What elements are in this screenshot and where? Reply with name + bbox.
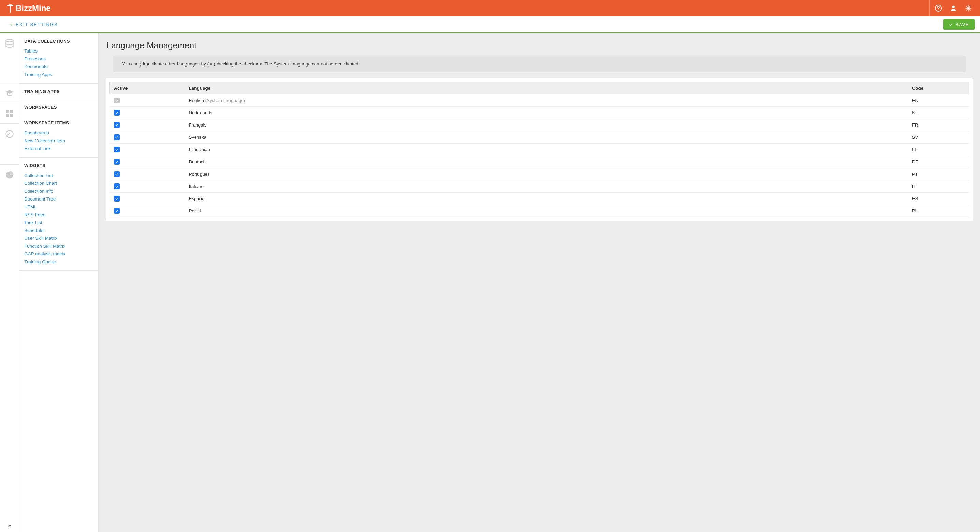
- cell-language: Français: [185, 119, 908, 131]
- sidebar-group-title: WIDGETS: [24, 163, 94, 168]
- active-checkbox[interactable]: [114, 183, 120, 189]
- sidebar-item[interactable]: User Skill Matrix: [24, 234, 94, 242]
- cell-active: [110, 193, 185, 205]
- chevron-left-icon: ‹: [10, 22, 12, 27]
- cell-code: ES: [908, 193, 969, 205]
- grid-icon: [5, 109, 14, 118]
- svg-rect-8: [6, 114, 9, 117]
- user-icon: [950, 5, 957, 12]
- page-title: Language Management: [107, 41, 973, 51]
- language-name: Português: [189, 172, 210, 177]
- brand-logo[interactable]: BizzMine: [6, 3, 51, 13]
- sidebar-group: WORKSPACE ITEMSDashboardsNew Collection …: [19, 115, 98, 158]
- check-icon: [115, 123, 119, 127]
- cell-code: EN: [908, 94, 969, 107]
- collapse-icon: «: [8, 523, 11, 529]
- sidebar-group-title[interactable]: TRAINING APPS: [24, 89, 94, 94]
- iconbar-training-apps[interactable]: [0, 83, 19, 104]
- iconbar-widgets[interactable]: [0, 165, 19, 185]
- active-checkbox[interactable]: [114, 122, 120, 128]
- active-checkbox[interactable]: [114, 171, 120, 177]
- system-language-label: (System Language): [205, 98, 245, 103]
- gauge-icon: [5, 129, 14, 139]
- graduation-icon: [5, 88, 14, 98]
- sidebar-item[interactable]: Collection Info: [24, 187, 94, 195]
- integrations-button[interactable]: [961, 0, 976, 16]
- cell-code: PT: [908, 168, 969, 180]
- language-name: English: [189, 98, 204, 103]
- iconbar-group: [0, 33, 19, 83]
- sidebar-item[interactable]: External Link: [24, 145, 94, 153]
- sidebar-item[interactable]: Training Apps: [24, 71, 94, 78]
- brand-text: BizzMine: [16, 3, 51, 13]
- cell-language: Nederlands: [185, 107, 908, 119]
- save-button[interactable]: SAVE: [943, 19, 975, 30]
- cell-active: [110, 143, 185, 156]
- iconbar-workspace-items[interactable]: [0, 124, 19, 144]
- sidebar-item[interactable]: Processes: [24, 55, 94, 63]
- sidebar: DATA COLLECTIONSTablesProcessesDocuments…: [19, 33, 99, 532]
- sidebar-group: DATA COLLECTIONSTablesProcessesDocuments…: [19, 33, 98, 84]
- iconbar-workspaces[interactable]: [0, 104, 19, 124]
- table-row: FrançaisFR: [110, 119, 969, 131]
- check-icon: [949, 22, 953, 27]
- cell-code: SV: [908, 131, 969, 143]
- sidebar-item[interactable]: Function Skill Matrix: [24, 242, 94, 250]
- collapse-sidebar-button[interactable]: «: [0, 523, 19, 529]
- cell-language: English (System Language): [185, 94, 908, 107]
- exit-settings-link[interactable]: ‹ EXIT SETTINGS: [10, 22, 58, 27]
- active-checkbox[interactable]: [114, 147, 120, 153]
- database-icon: [5, 38, 14, 48]
- active-checkbox[interactable]: [114, 208, 120, 214]
- language-name: Español: [189, 196, 205, 201]
- sidebar-item[interactable]: Collection Chart: [24, 179, 94, 187]
- cell-language: Svenska: [185, 131, 908, 143]
- col-active: Active: [110, 82, 185, 94]
- sidebar-item[interactable]: Scheduler: [24, 226, 94, 234]
- active-checkbox[interactable]: [114, 110, 120, 116]
- sidebar-item[interactable]: Training Queue: [24, 258, 94, 266]
- sidebar-item[interactable]: Document Tree: [24, 195, 94, 203]
- active-checkbox[interactable]: [114, 196, 120, 202]
- table-header-row: Active Language Code: [110, 82, 969, 94]
- sidebar-item[interactable]: Tables: [24, 47, 94, 55]
- table-row: English (System Language)EN: [110, 94, 969, 107]
- sidebar-item[interactable]: Task List: [24, 218, 94, 226]
- check-icon: [115, 148, 119, 151]
- language-name: Svenska: [189, 135, 207, 140]
- language-name: Deutsch: [189, 159, 206, 164]
- sidebar-item[interactable]: HTML: [24, 203, 94, 211]
- subheader: ‹ EXIT SETTINGS SAVE: [0, 16, 980, 33]
- sidebar-item[interactable]: Dashboards: [24, 129, 94, 137]
- language-name: Lithuanian: [189, 147, 210, 152]
- cell-code: NL: [908, 107, 969, 119]
- help-button[interactable]: [931, 0, 946, 16]
- spark-icon: [965, 5, 972, 12]
- iconbar: «: [0, 33, 19, 532]
- check-icon: [115, 135, 119, 139]
- check-icon: [115, 160, 119, 164]
- user-button[interactable]: [946, 0, 961, 16]
- svg-rect-6: [6, 110, 9, 113]
- sidebar-item[interactable]: Collection List: [24, 172, 94, 179]
- iconbar-data-collections[interactable]: [0, 33, 19, 54]
- cell-language: Español: [185, 193, 908, 205]
- table-row: SvenskaSV: [110, 131, 969, 143]
- sidebar-item[interactable]: New Collection Item: [24, 137, 94, 145]
- check-icon: [115, 111, 119, 115]
- help-icon: [935, 5, 942, 12]
- sidebar-group-title[interactable]: WORKSPACES: [24, 105, 94, 110]
- active-checkbox[interactable]: [114, 134, 120, 140]
- cell-code: LT: [908, 143, 969, 156]
- svg-point-10: [6, 131, 13, 138]
- sidebar-item[interactable]: Documents: [24, 63, 94, 71]
- sidebar-group: WORKSPACES: [19, 99, 98, 115]
- language-name: Nederlands: [189, 110, 212, 115]
- sidebar-item[interactable]: RSS Feed: [24, 211, 94, 218]
- cell-language: Lithuanian: [185, 143, 908, 156]
- topbar-right: [928, 0, 976, 16]
- cell-active: [110, 131, 185, 143]
- sidebar-item[interactable]: GAP analysis matrix: [24, 250, 94, 258]
- svg-point-4: [968, 8, 969, 9]
- active-checkbox[interactable]: [114, 159, 120, 165]
